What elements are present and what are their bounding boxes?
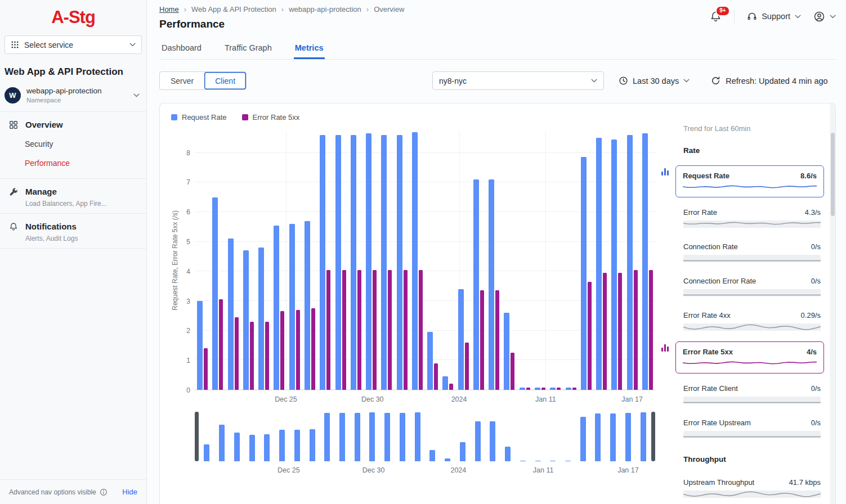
bar-request-rate[interactable] [305,221,310,390]
sidebar-item-security[interactable]: Security [0,134,146,154]
trend-metric-error-rate[interactable]: Error Rate4.3/s [683,208,821,228]
bar-request-rate[interactable] [642,133,648,390]
bar-error-rate-5xx[interactable] [557,388,561,390]
bar-error-rate-5xx[interactable] [572,388,576,390]
sidebar-item-notifications[interactable]: NotificationsAlerts, Audit Logs [0,216,146,245]
bar-request-rate[interactable] [320,135,325,390]
bar-request-rate[interactable] [412,132,418,390]
breadcrumb-item-home[interactable]: Home [159,5,179,14]
bar-group[interactable] [317,130,333,390]
breadcrumb-item-web-app-api-protection[interactable]: Web App & API Protection [191,5,276,14]
bar-group[interactable] [440,130,455,390]
bar-request-rate[interactable] [550,388,556,390]
bar-error-rate-5xx[interactable] [280,311,284,390]
bar-request-rate[interactable] [258,248,264,390]
bar-error-rate-5xx[interactable] [465,343,469,390]
site-select-dropdown[interactable]: ny8-nyc [432,71,604,90]
bar-request-rate[interactable] [473,179,479,390]
bar-error-rate-5xx[interactable] [373,270,377,390]
bar-request-rate[interactable] [243,250,249,390]
bar-request-rate[interactable] [212,197,218,390]
trend-metric-error-rate-client[interactable]: Error Rate Client0/s [683,384,821,404]
bar-group[interactable] [410,130,425,390]
bar-request-rate[interactable] [289,224,295,390]
bar-error-rate-5xx[interactable] [326,270,330,390]
bar-error-rate-5xx[interactable] [526,388,530,390]
bar-group[interactable] [379,130,394,390]
bar-group[interactable] [210,130,225,390]
namespace-selector[interactable]: W webapp-api-protection Namespace [0,80,146,111]
bar-error-rate-5xx[interactable] [235,317,239,390]
bar-error-rate-5xx[interactable] [250,322,254,390]
breadcrumb-item-webapp-api-protection[interactable]: webapp-api-protection [289,5,361,14]
bar-request-rate[interactable] [627,135,633,390]
bar-error-rate-5xx[interactable] [357,270,361,390]
bar-group[interactable] [364,130,379,390]
bar-request-rate[interactable] [381,135,387,390]
tab-metrics[interactable]: Metrics [294,38,325,59]
brush-chart[interactable] [199,412,651,461]
bar-error-rate-5xx[interactable] [649,270,653,390]
bar-group[interactable] [302,130,317,390]
time-range-selector[interactable]: Last 30 days [619,76,690,86]
bar-error-rate-5xx[interactable] [434,363,438,390]
bar-group[interactable] [609,130,624,390]
bar-group[interactable] [640,130,655,390]
bar-request-rate[interactable] [274,226,279,390]
sidebar-item-manage[interactable]: ManageLoad Balancers, App Fire... [0,181,146,210]
brand-logo[interactable]: A-Stg [0,0,146,30]
bar-error-rate-5xx[interactable] [603,273,607,390]
bar-error-rate-5xx[interactable] [419,270,423,390]
bar-request-rate[interactable] [197,301,203,390]
bar-group[interactable] [502,130,517,390]
trend-metric-request-rate[interactable]: Request Rate8.6/s [675,165,824,197]
bar-error-rate-5xx[interactable] [296,310,300,390]
bar-error-rate-5xx[interactable] [265,322,269,390]
account-menu[interactable] [813,11,836,22]
bar-error-rate-5xx[interactable] [404,270,408,390]
legend-item-request-rate[interactable]: Request Rate [171,113,227,122]
bar-error-rate-5xx[interactable] [634,270,638,390]
info-icon[interactable] [100,488,108,496]
trend-metric-error-rate-5xx[interactable]: Error Rate 5xx4/s [675,341,824,374]
bar-error-rate-5xx[interactable] [588,282,592,390]
bar-error-rate-5xx[interactable] [449,384,453,390]
bar-request-rate[interactable] [581,157,587,390]
toggle-server[interactable]: Server [160,72,204,89]
bar-error-rate-5xx[interactable] [219,299,223,390]
bar-group[interactable] [271,130,287,390]
bar-error-rate-5xx[interactable] [311,308,315,390]
bar-request-rate[interactable] [489,179,494,390]
bar-group[interactable] [517,130,532,390]
bar-group[interactable] [532,130,548,390]
bar-request-rate[interactable] [397,135,402,390]
trend-metric-error-rate-4xx[interactable]: Error Rate 4xx0.29/s [683,311,821,331]
bar-group[interactable] [563,130,578,390]
bar-group[interactable] [195,130,210,390]
trend-metric-error-rate-upstream[interactable]: Error Rate Upstream0/s [683,418,821,438]
legend-item-error-rate-5xx[interactable]: Error Rate 5xx [242,113,300,122]
bar-error-rate-5xx[interactable] [511,353,514,390]
bar-error-rate-5xx[interactable] [495,290,499,390]
scrollbar-thumb[interactable] [831,133,835,216]
scrollbar[interactable] [830,104,835,504]
bar-error-rate-5xx[interactable] [204,348,208,390]
bar-request-rate[interactable] [366,133,371,390]
bar-group[interactable] [348,130,364,390]
bar-request-rate[interactable] [535,388,540,390]
tab-traffic-graph[interactable]: Traffic Graph [223,38,273,59]
bar-group[interactable] [548,130,563,390]
bar-request-rate[interactable] [458,289,464,390]
bar-group[interactable] [241,130,256,390]
sidebar-item-overview[interactable]: Overview [0,114,146,132]
bar-error-rate-5xx[interactable] [342,270,346,390]
bar-group[interactable] [256,130,271,390]
bar-error-rate-5xx[interactable] [541,388,545,390]
bar-group[interactable] [456,130,471,390]
bar-group[interactable] [594,130,609,390]
bar-group[interactable] [394,130,409,390]
tab-dashboard[interactable]: Dashboard [160,38,203,59]
bar-request-rate[interactable] [504,313,509,390]
bar-group[interactable] [471,130,486,390]
bar-group[interactable] [425,130,440,390]
